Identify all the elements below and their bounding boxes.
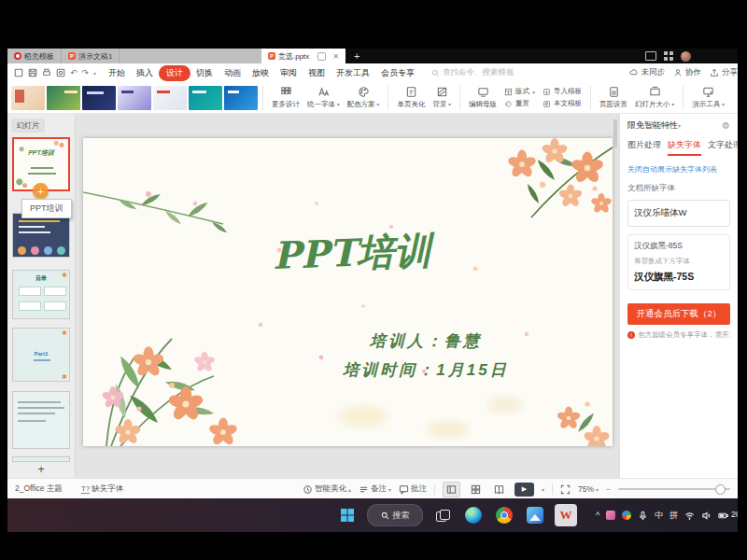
theme-name[interactable]: 2_Office 主题 <box>15 483 63 495</box>
new-slide-fab[interactable]: + <box>33 183 49 199</box>
slide-canvas[interactable]: PPT培训 培训人：鲁慧 培训时间：1月15日 <box>76 114 619 478</box>
template-thumbnail[interactable] <box>11 86 45 110</box>
slide-thumbnail-5[interactable] <box>12 391 70 449</box>
undo-icon[interactable]: ↶ <box>70 68 78 77</box>
present-tools-button[interactable]: 演示工具 ▾ <box>688 86 728 109</box>
add-slide-button[interactable]: + <box>7 462 75 476</box>
close-auto-show-link[interactable]: 关闭自动展示缺失字体列表 <box>627 164 730 175</box>
menu-item-design[interactable]: 设计 <box>159 65 190 81</box>
window-restore-icon[interactable] <box>645 51 656 61</box>
chrome-browser-button[interactable] <box>493 504 515 526</box>
menu-item-animation[interactable]: 动画 <box>218 65 247 81</box>
zoom-level[interactable]: 75% ▾ <box>578 484 599 494</box>
background-button[interactable]: 背景 ▾ <box>429 86 455 109</box>
tab-image-processing[interactable]: 图片处理 <box>627 139 661 156</box>
wps-app-button[interactable]: W <box>555 504 577 526</box>
page-setup-button[interactable]: 页面设置 <box>596 86 631 109</box>
photos-app-button[interactable] <box>524 504 546 526</box>
missing-font-item-1[interactable]: 汉仪乐喵体W <box>627 200 730 227</box>
command-search[interactable]: 查找命令、搜索模板 <box>431 67 514 78</box>
play-slideshow-button[interactable]: ▶ <box>514 483 534 497</box>
slide-title[interactable]: PPT培训 <box>239 224 465 283</box>
reset-button[interactable]: 重置 <box>504 99 535 108</box>
zoom-slider[interactable] <box>618 488 730 490</box>
defender-icon[interactable] <box>622 511 631 520</box>
tab-close-icon[interactable]: ✕ <box>332 52 339 61</box>
import-template-button[interactable]: 导入模板 <box>543 87 582 96</box>
edge-browser-button[interactable] <box>462 504 485 526</box>
current-slide[interactable]: PPT培训 培训人：鲁慧 培训时间：1月15日 <box>83 138 613 446</box>
normal-view-button[interactable] <box>443 482 460 497</box>
menu-item-transition[interactable]: 切换 <box>190 65 218 81</box>
panel-title-dropdown-icon[interactable]: ▾ <box>678 122 681 129</box>
microphone-icon[interactable] <box>638 511 648 521</box>
ime-language[interactable]: 中 <box>655 510 663 522</box>
layout-button[interactable]: 版式▾ <box>504 87 535 96</box>
tray-app-icon[interactable] <box>606 511 615 520</box>
tab-jingxuan-pptx[interactable]: P 竞选.pptx ✕ <box>261 49 345 63</box>
tab-slides[interactable]: 幻灯片 <box>11 119 45 133</box>
tab-pin-icon[interactable] <box>317 52 326 61</box>
tab-missing-fonts[interactable]: 缺失字体 <box>668 139 701 156</box>
taskbar-clock[interactable]: 20 <box>731 510 738 519</box>
user-avatar[interactable] <box>681 51 691 62</box>
slide-thumbnail-3[interactable]: 目录 ✱ <box>12 270 70 319</box>
zoom-out-button[interactable]: − <box>606 484 611 494</box>
sync-status[interactable]: 未同步 <box>629 67 666 78</box>
slide-sorter-button[interactable] <box>468 483 484 497</box>
tab-docer-template[interactable]: 稻壳模板 <box>7 49 62 63</box>
missing-fonts-indicator[interactable]: T? 缺失字体 <box>81 483 123 495</box>
comments-button[interactable]: 批注 <box>399 483 427 495</box>
tab-text-processing[interactable]: 文字处理 <box>708 139 738 156</box>
collaborate-button[interactable]: 协作 <box>673 67 701 78</box>
unify-font-button[interactable]: 统一字体 ▾ <box>303 86 344 109</box>
doc-template-button[interactable]: 本文模板 <box>543 99 582 108</box>
share-button[interactable]: 分享 <box>710 67 738 78</box>
task-view-button[interactable] <box>431 504 454 526</box>
new-tab-button[interactable]: + <box>354 49 359 63</box>
download-fonts-button[interactable]: 开通会员后下载（2） <box>627 303 730 325</box>
battery-icon[interactable] <box>718 511 728 521</box>
slide-thumbnail-4[interactable]: Part1 ✱ ✱ <box>12 328 70 382</box>
apps-grid-icon[interactable] <box>664 51 673 61</box>
play-dropdown-icon[interactable]: ▾ <box>542 486 544 493</box>
edit-master-button[interactable]: 编辑母版 <box>465 86 500 109</box>
wifi-icon[interactable] <box>684 511 695 521</box>
menu-item-insert[interactable]: 插入 <box>131 65 159 81</box>
redo-icon[interactable]: ↷ <box>82 68 90 77</box>
fit-slide-icon[interactable] <box>560 484 571 495</box>
slide-size-button[interactable]: 幻灯片大小 ▾ <box>631 86 678 109</box>
template-thumbnail[interactable] <box>47 86 80 110</box>
beautify-page-button[interactable]: 单页美化 <box>393 86 429 109</box>
save-icon[interactable] <box>28 68 37 77</box>
print-icon[interactable] <box>42 68 51 77</box>
notes-button[interactable]: 备注 ▾ <box>359 483 391 495</box>
qat-dropdown-icon[interactable]: ▾ <box>93 70 96 77</box>
template-thumbnail[interactable] <box>153 86 187 110</box>
slide-thumbnail-2[interactable] <box>12 213 70 258</box>
template-thumbnail[interactable] <box>189 86 222 110</box>
panel-scrollbar[interactable] <box>613 119 617 147</box>
menu-item-review[interactable]: 审阅 <box>275 65 303 81</box>
menu-item-home[interactable]: 开始 <box>103 65 131 81</box>
slide-subtitle[interactable]: 培训人：鲁慧 培训时间：1月15日 <box>281 327 571 385</box>
menu-item-devtools[interactable]: 开发工具 <box>331 65 375 81</box>
zoom-slider-handle[interactable] <box>715 484 726 495</box>
missing-font-item-2[interactable]: 汉仪旗黑-85S 将替换成下方字体 汉仪旗黑-75S <box>627 234 730 290</box>
smart-beautify-button[interactable]: 智能美化 ▴ <box>303 483 351 495</box>
tab-presentation1[interactable]: P 演示文稿1 <box>62 49 120 63</box>
color-scheme-button[interactable]: 配色方案 ▾ <box>344 86 384 109</box>
taskbar-search[interactable]: 搜索 <box>367 504 423 526</box>
ime-mode[interactable]: 拼 <box>669 510 678 522</box>
menu-icon[interactable] <box>14 68 23 77</box>
reading-view-button[interactable] <box>491 483 507 497</box>
menu-item-view[interactable]: 视图 <box>303 65 331 81</box>
volume-icon[interactable] <box>701 511 712 521</box>
menu-item-member[interactable]: 会员专享 <box>375 65 420 81</box>
gear-icon[interactable]: ⚙ <box>722 120 730 131</box>
template-thumbnail[interactable] <box>224 86 258 110</box>
more-design-button[interactable]: 更多设计 <box>268 86 303 109</box>
start-button[interactable] <box>336 504 359 526</box>
template-thumbnail[interactable] <box>118 86 151 110</box>
template-thumbnail[interactable] <box>82 86 116 110</box>
